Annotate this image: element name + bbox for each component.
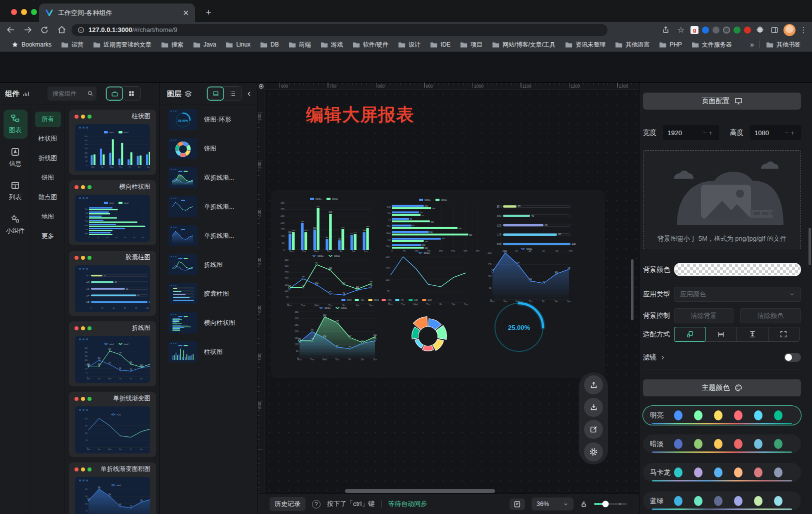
window-zoom-button[interactable] [31,9,37,15]
extension-g-icon[interactable]: g [690,26,698,34]
single-view-toggle[interactable] [106,87,123,101]
settings-gear-icon[interactable] [584,442,603,461]
category-更多[interactable]: 更多 [35,229,61,244]
canvas-title-text-widget[interactable]: 编辑大屏报表 [306,103,414,127]
browser-tab[interactable]: 工作空间-各种组件 ✕ [39,4,195,22]
background-color-swatch[interactable] [674,263,801,276]
stepper-minus-plus-icons[interactable]: −+ [703,129,714,137]
window-close-button[interactable] [11,9,17,15]
component-card-单折线渐变图[interactable]: 单折线渐变图 data1050100150200MonTueWedThuFriS… [69,392,156,457]
zoom-slider-handle[interactable] [602,501,609,507]
bookmark-folder[interactable]: 近期需要读的文章 [90,39,155,51]
layer-item-双折线渐...[interactable]: 双折线渐... [160,163,257,192]
fit-width-option[interactable] [706,327,738,342]
bookmark-folder[interactable]: 游戏 [317,39,346,51]
grid-view-toggle[interactable] [123,87,140,101]
sidebar-item-信息[interactable]: 信息 [4,143,28,172]
download-button[interactable] [584,398,603,417]
bookmark-folder[interactable]: IDE [426,40,454,50]
bookmark-folder[interactable]: 运营 [58,39,87,51]
lock-icon[interactable] [580,500,588,508]
stepper-minus-plus-icons[interactable]: −+ [785,129,796,137]
theme-option-明亮[interactable]: 明亮 [643,406,801,425]
canvas-widget-横向柱状图[interactable]: data1data2050100150200250300350120130Mon… [385,197,486,253]
forward-icon[interactable] [21,24,34,37]
bookmark-folder[interactable]: Linux [222,40,254,50]
notes-button[interactable] [510,498,525,510]
height-input[interactable]: 1080−+ [750,125,801,140]
layer-item-饼图-环形[interactable]: 25.00% 饼图-环形 [160,105,257,134]
canvas-widget-单折线渐变面积图[interactable]: data10501001502001202001508070110130MonT… [486,246,572,303]
reload-icon[interactable] [38,24,51,37]
component-card-单折线渐变面积图[interactable]: 单折线渐变面积图 data105010015020012020015080701… [69,462,156,514]
fit-height-option[interactable] [736,327,768,342]
canvas-widget-饼图-环形[interactable]: 25.00% [491,299,547,355]
bookmark-folder[interactable]: 设计 [394,39,424,51]
bookmark-folder[interactable]: DB [256,40,282,50]
bookmark-folder[interactable]: 资讯未整理 [562,39,609,51]
canvas-vertical-scrollbar[interactable] [631,259,634,320]
collapse-panel-chevron[interactable] [246,90,253,98]
layer-item-横向柱状图[interactable]: 横向柱状图 [160,308,257,337]
layer-item-单折线渐...[interactable]: 单折线渐... [160,221,257,250]
theme-option-蓝绿[interactable]: 蓝绿 [643,491,801,510]
component-card-横向柱状图[interactable]: 横向柱状图 data1data2050100150200250300350Mon… [69,180,156,245]
bookmark-folder[interactable]: 搜索 [158,39,187,51]
help-icon[interactable]: ? [312,500,320,508]
theme-option-暗淡[interactable]: 暗淡 [643,434,801,453]
fit-scale-option[interactable] [674,327,706,342]
category-地图[interactable]: 地图 [35,209,61,225]
tab-close-icon[interactable]: ✕ [182,9,189,18]
sidebar-item-列表[interactable]: 列表 [4,177,28,206]
thumbnail-view-toggle[interactable] [207,87,224,101]
category-折线图[interactable]: 折线图 [35,151,61,166]
extension-pin-icon[interactable] [702,27,709,34]
page-config-header[interactable]: 页面配置 [643,93,801,110]
theme-option-马卡龙[interactable]: 马卡龙 [643,463,801,482]
edit-button[interactable] [584,420,603,439]
component-card-胶囊柱图[interactable]: 胶囊柱图 厦门20南阳40北京60上海80新疆100020406080100 [69,251,156,316]
sidebar-item-小组件[interactable]: 小组件 [4,210,28,239]
bookmark-star-icon[interactable]: ☆ [675,25,687,35]
back-icon[interactable] [4,24,17,37]
layer-item-折线图[interactable]: 折线图 [160,250,257,279]
component-card-折线图[interactable]: 折线图 data1data205010015020025030035012020… [69,321,156,386]
extension-icon[interactable] [734,27,740,34]
category-饼图[interactable]: 饼图 [35,170,61,186]
canvas-widget-柱状图[interactable]: data1data2050100150200250300350120130Mon… [279,196,374,253]
category-柱状图[interactable]: 柱状图 [35,131,61,147]
layer-item-胶囊柱图[interactable]: 胶囊柱图 [160,279,257,308]
ruler-toggle-eye-icon[interactable] [258,83,264,90]
chevron-right-icon[interactable] [660,354,666,361]
history-button[interactable]: 历史记录 [270,497,306,511]
bookmark-folder[interactable]: 软件/硬件 [349,39,392,51]
filter-toggle[interactable] [784,353,801,362]
layer-item-饼图[interactable]: 饼图 [160,134,257,163]
bookmark-folder[interactable]: 网站/博客/文章/工具 [488,39,559,51]
fit-stretch-option[interactable] [768,327,800,342]
bookmark-folder[interactable]: 前端 [285,39,314,51]
design-canvas[interactable]: 6007008009001000110012001300 20030040050… [258,83,639,493]
upload-button[interactable] [584,375,603,394]
bookmark-folder[interactable]: 项目 [456,39,486,51]
other-bookmarks-folder[interactable]: 其他书签 [762,39,804,51]
clear-background-button[interactable]: 清除背景 [674,308,734,323]
extensions-puzzle-icon[interactable] [754,26,766,34]
list-view-toggle[interactable] [224,87,241,101]
bookmark-folder[interactable]: PHP [656,40,686,50]
clear-color-button[interactable]: 清除颜色 [740,308,801,323]
bookmarks-overflow-chevron[interactable]: » [747,41,757,49]
new-tab-button[interactable]: + [202,6,215,19]
panel-scrollbar[interactable] [808,228,811,265]
profile-avatar[interactable] [784,24,796,36]
charts-zone[interactable]: data1data2050100150200250300350120130Mon… [271,190,605,378]
extension-icon[interactable] [744,27,751,34]
app-type-select[interactable]: 应用颜色 [674,287,801,302]
background-upload-dropzone[interactable]: 背景图需小于 5M，格式为 png/jpg/gif 的文件 [643,150,801,249]
home-icon[interactable] [55,24,68,37]
bookmark-folder[interactable]: 文件服务器 [688,39,736,51]
site-info-icon[interactable] [78,27,84,34]
canvas-widget-饼图[interactable]: MonTueWedThuFriSatSun [312,297,465,372]
share-icon[interactable] [660,26,672,34]
bookmark-folder[interactable]: Java [190,40,220,50]
